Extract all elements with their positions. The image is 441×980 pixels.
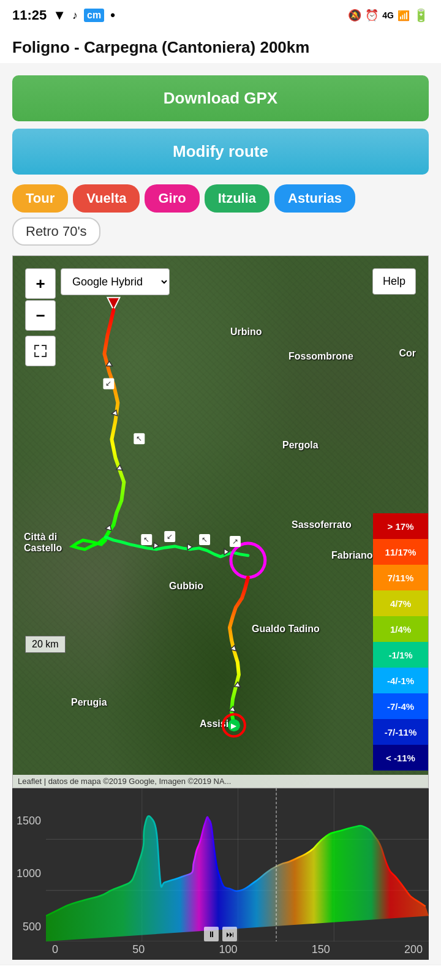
- svg-text:↙: ↙: [167, 532, 173, 541]
- time-display: 11:25: [12, 7, 47, 23]
- layer-dropdown[interactable]: Google Hybrid OpenStreetMap Google Maps …: [61, 268, 170, 295]
- home-button[interactable]: ⬜: [192, 973, 251, 980]
- tag-asturias[interactable]: Asturias: [274, 184, 355, 213]
- zoom-out-button[interactable]: −: [25, 300, 56, 331]
- battery-icon: 🔋: [413, 8, 429, 23]
- legend-1-4: 1/4%: [373, 616, 428, 642]
- legend-n7-n4: -7/-4%: [373, 693, 428, 719]
- legend-n1-1: -1/1%: [373, 642, 428, 668]
- step-button[interactable]: ⏭: [222, 927, 237, 941]
- map-container[interactable]: + − Google Hybrid OpenStreetMap Google M…: [12, 255, 429, 788]
- elevation-container: 1500 1000 500: [12, 788, 429, 960]
- signal-icon: ▼: [53, 7, 66, 23]
- menu-button[interactable]: ☰: [47, 973, 99, 980]
- x-label-100: 100: [219, 943, 237, 956]
- download-gpx-button[interactable]: Download GPX: [12, 75, 429, 121]
- gradient-legend: > 17% 11/17% 7/11% 4/7% 1/4% -1/1% -4/-1…: [373, 513, 428, 771]
- svg-text:↖: ↖: [136, 434, 142, 443]
- svg-rect-5: [34, 352, 36, 357]
- modify-route-button[interactable]: Modify route: [12, 129, 429, 175]
- x-label-0: 0: [52, 943, 58, 956]
- navigation-bar: ☰ ⬜ ◁: [0, 965, 441, 980]
- elevation-x-axis: 0 50 100 150 200: [46, 943, 429, 956]
- elevation-svg: [46, 788, 429, 941]
- legend-n4-n1: -4/-1%: [373, 668, 428, 693]
- tag-retro[interactable]: Retro 70's: [12, 217, 100, 246]
- legend-11-17: 11/17%: [373, 539, 428, 565]
- legend-4-7: 4/7%: [373, 590, 428, 616]
- x-label-150: 150: [312, 943, 330, 956]
- svg-text:↙: ↙: [105, 380, 111, 388]
- page-title: Foligno - Carpegna (Cantoniera) 200km: [12, 38, 429, 57]
- elevation-play-controls[interactable]: ⏸ ⏭: [204, 927, 237, 941]
- network-icon: 4G: [382, 10, 394, 20]
- signal-bars-icon: 📶: [398, 10, 410, 21]
- tag-vuelta[interactable]: Vuelta: [73, 184, 140, 213]
- legend-17plus: > 17%: [373, 513, 428, 539]
- svg-text:↖: ↖: [143, 535, 149, 544]
- status-bar-left: 11:25 ▼ ♪ cm •: [12, 7, 115, 23]
- svg-rect-7: [45, 352, 47, 357]
- x-label-50: 50: [132, 943, 145, 956]
- map-attribution: Leaflet | datos de mapa ©2019 Google, Im…: [13, 775, 428, 788]
- tiktok-icon: ♪: [72, 9, 78, 22]
- filter-tags-container: Tour Vuelta Giro Itzulia Asturias Retro …: [0, 184, 441, 255]
- svg-rect-1: [34, 345, 36, 350]
- map-layer-select[interactable]: Google Hybrid OpenStreetMap Google Maps …: [61, 268, 170, 295]
- svg-text:↖: ↖: [202, 535, 208, 544]
- zoom-in-button[interactable]: +: [25, 268, 56, 299]
- pause-button[interactable]: ⏸: [204, 927, 219, 941]
- legend-n11-n7: -7/-11%: [373, 719, 428, 745]
- legend-n11less: < -11%: [373, 745, 428, 771]
- svg-text:▶: ▶: [231, 722, 237, 730]
- legend-7-11: 7/11%: [373, 565, 428, 590]
- alarm-icon: ⏰: [365, 9, 379, 22]
- page-header: Foligno - Carpegna (Cantoniera) 200km: [0, 31, 441, 63]
- map-background: + − Google Hybrid OpenStreetMap Google M…: [13, 256, 428, 788]
- svg-text:↗: ↗: [232, 537, 238, 546]
- y-label-1500: 1500: [12, 815, 46, 827]
- elevation-chart: [46, 788, 429, 941]
- status-bar: 11:25 ▼ ♪ cm • 🔕 ⏰ 4G 📶 🔋: [0, 0, 441, 31]
- svg-rect-3: [45, 345, 47, 350]
- x-label-200: 200: [404, 943, 423, 956]
- tag-giro[interactable]: Giro: [145, 184, 199, 213]
- dot-indicator: •: [110, 7, 115, 23]
- y-label-1000: 1000: [12, 867, 46, 880]
- cm-icon: cm: [84, 9, 104, 22]
- route-overlay: ↙ ↖ ↖ ↙ ↖ ↗ ▶: [13, 256, 428, 788]
- fullscreen-icon: [34, 344, 47, 358]
- status-bar-right: 🔕 ⏰ 4G 📶 🔋: [348, 8, 429, 23]
- y-label-500: 500: [12, 921, 46, 933]
- back-button[interactable]: ◁: [344, 973, 394, 980]
- tag-itzulia[interactable]: Itzulia: [205, 184, 270, 213]
- mute-icon: 🔕: [348, 9, 361, 22]
- elevation-y-axis: 1500 1000 500: [12, 788, 46, 960]
- svg-point-9: [231, 543, 265, 578]
- map-scale: 20 km: [25, 636, 66, 653]
- help-button[interactable]: Help: [372, 268, 416, 295]
- fullscreen-button[interactable]: [25, 336, 56, 366]
- tag-tour[interactable]: Tour: [12, 184, 68, 213]
